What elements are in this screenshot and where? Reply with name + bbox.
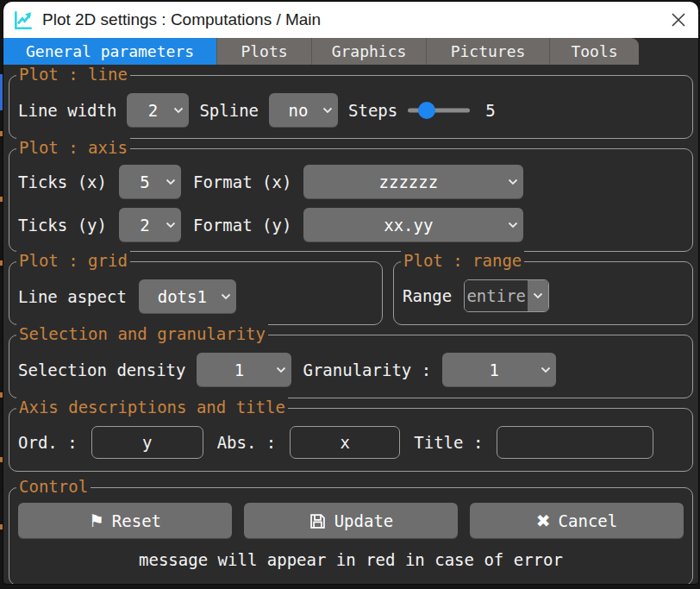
chevron-down-icon [541,367,551,373]
format-x-value: zzzzzz [379,172,449,191]
close-button[interactable] [659,2,698,38]
chevron-down-icon [508,222,518,229]
steps-label: Steps [348,101,397,120]
tab-plots[interactable]: Plots [216,38,311,65]
tab-label: Graphics [332,42,407,60]
ordinate-label: Ord. : [18,433,78,452]
chevron-down-icon [173,107,184,114]
steps-value: 5 [485,101,495,120]
group-control: Control ⚑ Reset Update [9,487,693,584]
ordinate-input[interactable] [91,426,203,459]
reset-button[interactable]: ⚑ Reset [18,503,232,539]
group-title: Control [16,477,91,496]
ticks-y-label: Ticks (y) [18,216,107,235]
line-aspect-label: Line aspect [18,287,127,306]
tab-bar: General parameters Plots Graphics Pictur… [3,38,698,65]
selection-density-label: Selection density [18,360,185,379]
format-x-label: Format (x) [193,172,291,191]
format-x-select[interactable]: zzzzzz [303,165,523,199]
format-y-label: Format (y) [193,216,291,235]
group-plot-grid: Plot : grid Line aspect dots1 [9,261,383,325]
title-label: Title : [414,433,483,452]
range-select[interactable]: entire [464,279,549,312]
group-selection-granularity: Selection and granularity Selection dens… [9,335,693,398]
range-label: Range [403,286,452,305]
group-title: Plot : grid [16,251,130,270]
chevron-down-icon [322,107,333,114]
group-plot-line: Plot : line Line width 2 Spline no Steps [9,75,693,139]
group-plot-axis: Plot : axis Ticks (x) 5 Format (x) zzzzz… [9,148,693,252]
cancel-button[interactable]: ✖ Cancel [470,503,684,539]
line-width-select[interactable]: 2 [127,93,189,128]
cancel-button-label: Cancel [559,511,618,530]
chevron-down-icon[interactable] [528,280,548,311]
group-plot-range: Plot : range Range entire [393,261,693,325]
tab-label: Pictures [451,42,526,60]
abscissa-input[interactable] [290,426,400,459]
tab-pictures[interactable]: Pictures [426,38,549,65]
ticks-y-value: 2 [140,216,159,235]
line-aspect-select[interactable]: dots1 [139,279,236,314]
reset-button-label: Reset [112,511,161,530]
tab-label: General parameters [26,42,194,60]
spline-select[interactable]: no [269,93,338,128]
update-button-label: Update [334,511,394,530]
ticks-y-select[interactable]: 2 [119,208,181,242]
tab-tools[interactable]: Tools [549,38,639,65]
titlebar: Plot 2D settings : Computations / Main [3,2,698,38]
line-aspect-value: dots1 [158,287,217,306]
line-chart-icon [12,9,34,31]
group-title: Selection and granularity [16,324,268,343]
steps-slider[interactable] [408,102,470,119]
tab-label: Tools [571,42,617,60]
screen: { "window": { "title": "Plot 2D settings… [0,0,700,589]
chevron-down-icon [221,293,231,300]
tab-general-parameters[interactable]: General parameters [3,38,216,65]
line-width-label: Line width [18,101,116,120]
ticks-x-label: Ticks (x) [18,172,107,191]
tab-graphics[interactable]: Graphics [311,38,426,65]
granularity-value: 1 [489,360,509,379]
group-title: Plot : line [16,65,130,84]
chevron-down-icon [276,367,286,373]
floppy-disk-icon [309,512,327,530]
window-title: Plot 2D settings : Computations / Main [42,10,659,29]
x-icon: ✖ [536,512,551,529]
group-title: Plot : range [401,251,524,270]
granularity-select[interactable]: 1 [442,353,556,387]
group-axis-descriptions: Axis descriptions and title Ord. : Abs. … [9,408,693,472]
spline-value: no [289,101,319,120]
slider-handle[interactable] [418,102,435,119]
granularity-label: Granularity : [303,360,431,379]
chevron-down-icon [166,179,176,185]
dialog-content: Plot : line Line width 2 Spline no Steps [3,65,698,584]
format-y-value: xx.yy [384,216,443,235]
plot-2d-settings-dialog: Plot 2D settings : Computations / Main G… [3,2,698,584]
tabbar-spacer [639,38,698,65]
line-width-value: 2 [148,101,168,120]
chevron-down-icon [508,179,518,185]
chevron-down-icon [166,222,176,229]
spline-label: Spline [199,101,259,120]
title-input[interactable] [497,426,653,459]
format-y-select[interactable]: xx.yy [303,208,523,242]
selection-density-select[interactable]: 1 [197,353,291,387]
update-button[interactable]: Update [244,503,458,539]
tab-label: Plots [241,42,287,60]
flag-icon: ⚑ [89,512,104,529]
range-value: entire [465,280,528,311]
group-title: Axis descriptions and title [16,398,288,417]
selection-density-value: 1 [234,360,254,379]
abscissa-label: Abs. : [217,433,277,452]
group-title: Plot : axis [16,138,130,157]
status-message: message will appear in red in case of er… [18,550,684,569]
ticks-x-value: 5 [140,172,159,191]
ticks-x-select[interactable]: 5 [119,165,181,199]
